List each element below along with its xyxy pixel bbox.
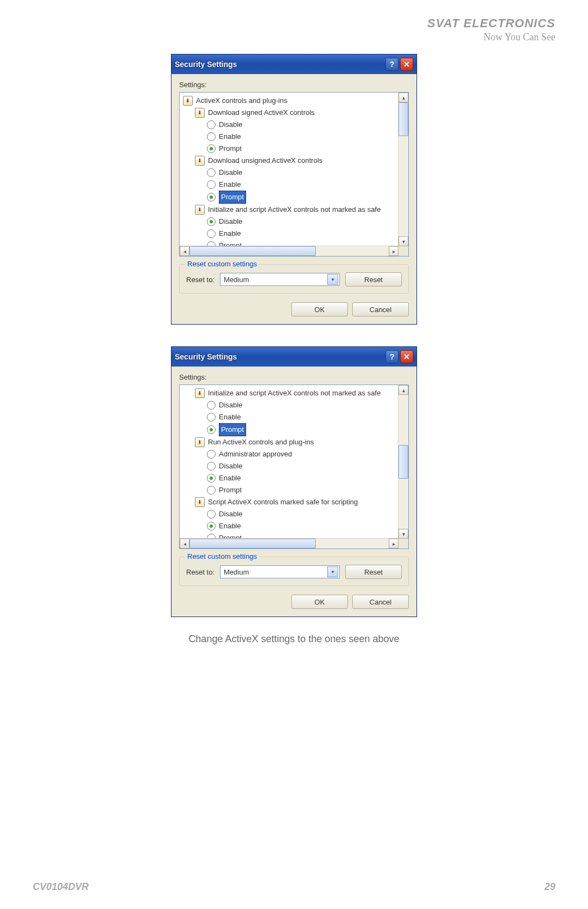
footer-page: 29 [544,881,555,893]
scroll-down-icon[interactable]: ▾ [399,529,408,539]
radio-icon [207,168,216,177]
titlebar: Security Settings ? ✕ [171,54,416,74]
group-label: Run ActiveX controls and plug-ins [208,436,314,448]
radio-icon [207,401,216,410]
vertical-scrollbar[interactable]: ▴ ▾ [398,93,408,246]
scroll-left-icon[interactable]: ◂ [180,246,189,256]
tree-group: ⬇ Run ActiveX controls and plug-ins [183,436,408,448]
group-label: Script ActiveX controls marked safe for … [208,496,358,508]
combo-value: Medium [224,276,249,284]
group-label: Download signed ActiveX controls [208,107,315,119]
scroll-up-icon[interactable]: ▴ [399,385,408,395]
radio-option[interactable]: Enable [183,472,408,484]
security-settings-dialog-1: Security Settings ? ✕ Settings: ⬇ Active… [171,54,417,325]
tree-group: ⬇ Initialize and script ActiveX controls… [183,204,408,216]
help-button[interactable]: ? [385,58,399,71]
activex-icon: ⬇ [195,437,205,447]
radio-option[interactable]: Disable [183,216,408,228]
radio-option[interactable]: Disable [183,399,408,411]
scroll-thumb-h[interactable] [189,246,316,256]
chevron-down-icon: ▾ [327,274,338,285]
vertical-scrollbar[interactable]: ▴ ▾ [398,385,408,539]
settings-listbox[interactable]: ⬇ ActiveX controls and plug-ins ⬇ Downlo… [179,92,409,257]
scroll-down-icon[interactable]: ▾ [399,236,408,246]
close-button[interactable]: ✕ [400,350,413,363]
radio-icon [207,462,216,471]
caption-text: Change ActiveX settings to the ones seen… [0,633,588,645]
radio-icon [207,413,216,422]
radio-option[interactable]: Prompt [183,143,408,155]
radio-icon [207,132,216,141]
ok-button[interactable]: OK [291,595,348,609]
radio-option[interactable]: Enable [183,131,408,143]
radio-option[interactable]: Disable [183,119,408,131]
settings-label: Settings: [179,373,409,381]
scroll-right-icon[interactable]: ▸ [389,539,399,548]
group-label: ActiveX controls and plug-ins [196,95,287,107]
reset-fieldset: Reset custom settings Reset to: Medium ▾… [179,557,409,586]
radio-option[interactable]: Disable [183,460,408,472]
tree-group: ⬇ Script ActiveX controls marked safe fo… [183,496,408,508]
chevron-down-icon: ▾ [327,566,338,577]
fieldset-legend: Reset custom settings [185,260,259,268]
radio-option[interactable]: Prompt [183,191,408,204]
fieldset-legend: Reset custom settings [185,552,259,560]
scroll-corner [399,246,408,256]
radio-option[interactable]: Disable [183,167,408,179]
scroll-thumb[interactable] [399,445,408,479]
settings-listbox[interactable]: ⬇ Initialize and script ActiveX controls… [179,385,409,549]
radio-option[interactable]: Enable [183,411,408,423]
close-button[interactable]: ✕ [400,58,413,71]
radio-option[interactable]: Enable [183,520,408,532]
radio-icon [207,229,216,238]
reset-fieldset: Reset custom settings Reset to: Medium ▾… [179,264,409,294]
radio-option[interactable]: Enable [183,179,408,191]
footer-model: CV0104DVR [33,881,89,893]
page-footer: CV0104DVR 29 [0,881,588,893]
titlebar: Security Settings ? ✕ [171,347,416,367]
radio-icon [207,217,216,226]
tree-group: ⬇ ActiveX controls and plug-ins [183,95,408,107]
activex-icon: ⬇ [195,388,205,398]
reset-to-combo[interactable]: Medium ▾ [220,565,340,578]
group-label: Download unsigned ActiveX controls [208,155,322,167]
reset-to-label: Reset to: [186,276,215,284]
radio-option[interactable]: Enable [183,228,408,240]
group-label: Initialize and script ActiveX controls n… [208,387,381,399]
radio-icon [207,120,216,129]
horizontal-scrollbar[interactable]: ◂ ▸ [180,246,399,256]
reset-to-combo[interactable]: Medium ▾ [220,273,340,286]
group-label: Initialize and script ActiveX controls n… [208,204,381,216]
reset-button[interactable]: Reset [345,272,402,286]
radio-icon [207,474,216,483]
ok-button[interactable]: OK [291,302,348,316]
help-button[interactable]: ? [385,350,399,363]
activex-icon: ⬇ [195,205,205,215]
horizontal-scrollbar[interactable]: ◂ ▸ [180,538,399,548]
cancel-button[interactable]: Cancel [352,595,409,609]
page-header: SVAT ELECTRONICS Now You Can See [0,0,588,43]
scroll-corner [399,539,408,548]
reset-button[interactable]: Reset [345,565,402,579]
radio-option[interactable]: Disable [183,508,408,520]
scroll-thumb[interactable] [399,102,408,136]
radio-icon [207,425,216,434]
activex-icon: ⬇ [195,156,205,166]
radio-option[interactable]: Prompt [183,484,408,496]
scroll-right-icon[interactable]: ▸ [389,246,399,256]
cancel-button[interactable]: Cancel [352,302,409,316]
scroll-left-icon[interactable]: ◂ [180,539,189,548]
radio-icon [207,450,216,459]
reset-to-label: Reset to: [186,568,215,576]
radio-option[interactable]: Prompt [183,423,408,436]
scroll-thumb-h[interactable] [189,539,316,548]
scroll-up-icon[interactable]: ▴ [399,93,408,102]
activex-icon: ⬇ [195,108,205,118]
radio-icon [207,180,216,189]
activex-icon: ⬇ [183,96,193,106]
tagline-text: Now You Can See [0,32,555,43]
radio-icon [207,522,216,530]
radio-icon [207,510,216,518]
combo-value: Medium [224,568,249,576]
radio-option[interactable]: Administrator approved [183,448,408,460]
